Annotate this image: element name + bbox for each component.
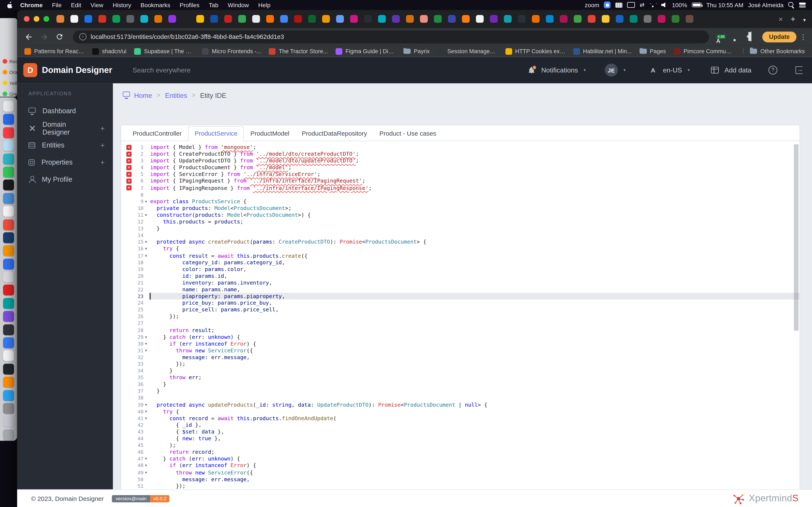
sidebar-item-entities[interactable]: Entities+: [17, 137, 113, 154]
browser-tab[interactable]: [84, 15, 92, 23]
browser-tab[interactable]: [672, 15, 679, 23]
back-button[interactable]: [22, 31, 35, 43]
fold-icon[interactable]: ▾: [143, 455, 148, 462]
close-tab-icon[interactable]: [778, 14, 783, 23]
other-bookmarks[interactable]: Other Bookmarks: [743, 48, 805, 54]
browser-tab[interactable]: [378, 15, 386, 23]
browser-tab[interactable]: [504, 15, 512, 23]
dock-app-icon[interactable]: [3, 140, 14, 151]
menu-edit[interactable]: Edit: [66, 2, 86, 8]
tab-productservice[interactable]: ProductService: [188, 126, 244, 141]
dock-app-icon[interactable]: [3, 298, 14, 308]
bookmark-item[interactable]: Micro Frontends -...: [202, 48, 261, 55]
menu-profiles[interactable]: Profiles: [175, 2, 204, 8]
battery-label[interactable]: 100%: [672, 2, 687, 8]
breadcrumb-link[interactable]: Home: [134, 91, 152, 99]
dock-app-icon[interactable]: [3, 416, 14, 427]
site-info-icon[interactable]: i: [79, 33, 87, 40]
fold-icon[interactable]: ▾: [143, 462, 148, 469]
menu-help[interactable]: Help: [254, 2, 275, 8]
browser-tab[interactable]: [252, 15, 260, 23]
browser-tab[interactable]: [560, 15, 567, 23]
dock-app-icon[interactable]: [3, 180, 14, 190]
browser-tab[interactable]: [518, 15, 526, 23]
sidebar-item-properties[interactable]: Properties+: [17, 154, 113, 171]
forward-button[interactable]: [38, 31, 50, 43]
address-bar[interactable]: i localhost:5173/entities/coder/b1bc02a6…: [73, 30, 709, 43]
browser-tab[interactable]: [392, 15, 400, 23]
browser-tab[interactable]: [644, 15, 652, 23]
browser-tab[interactable]: [266, 15, 274, 23]
browser-tab[interactable]: [588, 15, 596, 23]
dock-app-icon[interactable]: [3, 403, 14, 414]
browser-tab[interactable]: [602, 15, 610, 23]
browser-tab[interactable]: [154, 15, 162, 23]
browser-tab[interactable]: [532, 15, 540, 23]
bookmark-item[interactable]: HTTP Cookies exp...: [505, 48, 565, 55]
browser-tab[interactable]: [238, 15, 246, 23]
help-button[interactable]: [768, 66, 777, 74]
browser-tab[interactable]: [322, 15, 330, 23]
logout-button[interactable]: [796, 66, 803, 74]
zoom-app-icon[interactable]: [604, 1, 611, 8]
code-editor[interactable]: ×1import { Model } from 'mongoose';×2imp…: [121, 141, 800, 490]
browser-tab[interactable]: [56, 15, 64, 23]
new-tab-button[interactable]: [791, 14, 796, 23]
browser-tab[interactable]: [490, 15, 498, 23]
bookmark-item[interactable]: Figma Guide | Die...: [336, 48, 396, 55]
app-logo[interactable]: D Domain Designer: [23, 63, 113, 77]
spotlight-icon[interactable]: [788, 2, 794, 8]
browser-tab[interactable]: [546, 15, 554, 23]
browser-tab[interactable]: [476, 15, 484, 23]
dock-app-icon[interactable]: [3, 350, 14, 361]
window-close-button[interactable]: [24, 16, 30, 22]
fold-icon[interactable]: ▾: [143, 212, 148, 218]
browser-tab[interactable]: [658, 15, 665, 23]
menu-view[interactable]: View: [86, 2, 108, 8]
add-data-button[interactable]: Add data: [724, 66, 751, 74]
browser-tab[interactable]: [420, 15, 428, 23]
battery-icon[interactable]: [692, 3, 702, 7]
browser-tab[interactable]: [210, 15, 218, 23]
dock-app-icon[interactable]: [3, 193, 14, 204]
notifications-bell-icon[interactable]: [528, 66, 536, 74]
color-list-item[interactable]: Red: [0, 56, 17, 66]
browser-tab[interactable]: [126, 15, 134, 23]
fold-icon[interactable]: ▾: [143, 198, 148, 205]
fold-icon[interactable]: ▾: [143, 408, 148, 415]
fold-icon[interactable]: ▾: [143, 252, 148, 259]
window-minimize-button[interactable]: [34, 16, 39, 22]
control-center-icon[interactable]: [799, 1, 806, 8]
wifi-icon[interactable]: [649, 2, 656, 8]
fold-icon[interactable]: ▾: [143, 469, 148, 476]
fold-icon[interactable]: ▾: [143, 340, 148, 347]
browser-tab[interactable]: [462, 15, 470, 23]
clock-label[interactable]: Thu 10:55 AM: [706, 2, 743, 8]
browser-tab[interactable]: [630, 15, 638, 23]
dock-app-icon[interactable]: [3, 127, 14, 138]
tab-search-button[interactable]: [803, 14, 806, 23]
browser-tab[interactable]: [406, 15, 414, 23]
menu-tab[interactable]: Tab: [204, 2, 223, 8]
bookmark-item[interactable]: Supabase | The O...: [134, 48, 194, 55]
locale-selector[interactable]: en-US: [663, 66, 682, 74]
browser-tab[interactable]: [70, 15, 78, 23]
translate-icon[interactable]: [649, 66, 657, 74]
dock-app-icon[interactable]: [3, 206, 14, 217]
browser-tab[interactable]: [574, 15, 581, 23]
browser-menu-button[interactable]: [800, 32, 807, 41]
browser-tab[interactable]: [448, 15, 456, 23]
sidebar-item-domain-designer[interactable]: Domain Designer+: [17, 120, 113, 137]
menu-bookmarks[interactable]: Bookmarks: [136, 2, 175, 8]
browser-tab[interactable]: [98, 15, 106, 23]
browser-tab[interactable]: [280, 15, 288, 23]
scrollbar-thumb[interactable]: [794, 144, 799, 331]
volume-icon[interactable]: [661, 2, 667, 8]
dock-app-icon[interactable]: [3, 363, 14, 374]
user-label[interactable]: José Almeida: [748, 2, 784, 8]
dock-app-icon[interactable]: [3, 390, 14, 401]
menu-chrome[interactable]: Chrome: [15, 2, 47, 8]
keyboard-icon[interactable]: [615, 2, 622, 7]
browser-tab[interactable]: [140, 15, 148, 23]
color-list-item[interactable]: Oran: [0, 67, 17, 77]
